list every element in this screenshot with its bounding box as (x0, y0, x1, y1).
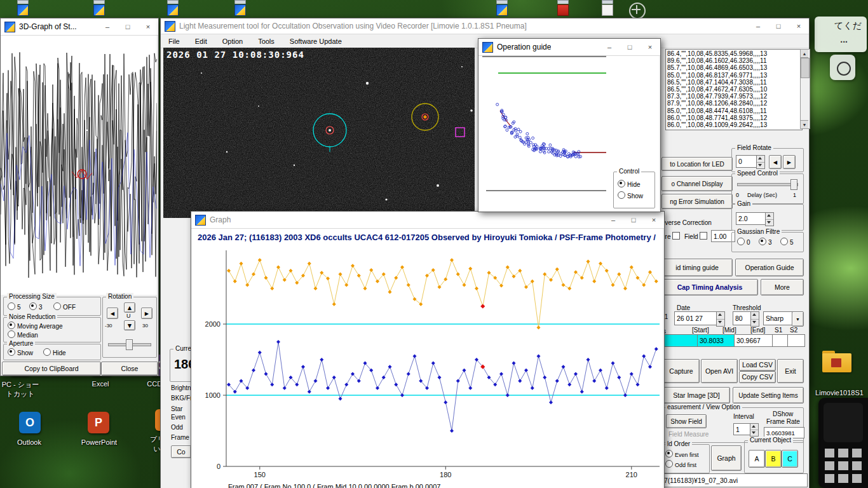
radio-gaussian-3[interactable]: 3 (759, 238, 772, 246)
close-button[interactable]: × (644, 212, 664, 228)
camera-tool-icon[interactable] (830, 55, 855, 80)
object-a-button[interactable]: A (749, 450, 765, 468)
end-value-box[interactable]: 30.9667 (734, 334, 775, 347)
radio-processing-3[interactable]: 3 (29, 302, 43, 311)
rotate-right-button[interactable]: ► (141, 308, 153, 319)
start-value-box[interactable] (661, 334, 701, 347)
field-rotate-left-button[interactable]: ◄ (769, 155, 782, 169)
object-b-button[interactable]: B (765, 450, 782, 468)
radio-gaussian-5[interactable]: 5 (780, 238, 794, 246)
menu-tools[interactable]: Tools (250, 37, 282, 45)
gadget-more[interactable]: ... (840, 34, 848, 44)
rotation-slider-thumb[interactable] (126, 339, 133, 350)
error-simulation-button[interactable]: ng Error Simulation (661, 194, 733, 209)
background-window-fragment[interactable] (496, 0, 508, 17)
background-window-fragment[interactable] (93, 0, 105, 17)
cap-timing-analysis-button[interactable]: Cap Timing Analysis (661, 279, 758, 295)
channel-display-button[interactable]: o Channel Display (661, 176, 733, 191)
radio-odd-first[interactable]: Odd first (665, 460, 696, 468)
folder-icon[interactable] (822, 351, 851, 374)
desktop-icon-label[interactable]: PowerPoint (74, 438, 125, 446)
more-button[interactable]: More (761, 279, 804, 295)
close-button[interactable]: × (640, 39, 660, 55)
phone-panel[interactable] (818, 398, 868, 488)
minimize-button[interactable]: – (603, 212, 623, 228)
radio-median[interactable]: Median (8, 330, 38, 339)
radio-aperture-show[interactable]: Show (8, 348, 33, 356)
radio-moving-average[interactable]: Moving Average (8, 322, 63, 330)
minimize-button[interactable]: – (748, 18, 768, 34)
limovie-titlebar[interactable]: Light Measurement tool for Occultation O… (161, 18, 809, 34)
radio-even-first[interactable]: Even first (665, 450, 699, 458)
outlook-icon[interactable]: O (19, 412, 41, 433)
gain-spinner[interactable] (765, 212, 774, 226)
rotate-up-button[interactable]: ▲ (124, 302, 135, 313)
s2-box[interactable] (787, 334, 805, 347)
copy-to-clipboard-button[interactable]: Copy to ClipBoard (2, 362, 101, 376)
background-window-fragment[interactable] (166, 0, 179, 17)
radio-gaussian-0[interactable]: 0 (737, 238, 750, 246)
maximize-button[interactable]: □ (623, 212, 644, 228)
interval-spinner[interactable] (750, 423, 759, 437)
light-curve-chart[interactable]: 150180210010002000 (191, 229, 663, 488)
radio-hide[interactable]: Hide (618, 180, 641, 188)
background-window-fragment-red[interactable] (557, 0, 569, 17)
scroll-thumb[interactable] (801, 58, 810, 78)
auto-location-led-button[interactable]: to Location for LED (661, 157, 733, 171)
capture-button[interactable]: Capture (663, 359, 700, 383)
maximize-button[interactable]: □ (620, 39, 640, 55)
sharp-dropdown-arrow[interactable]: ▼ (792, 311, 804, 327)
menu-option[interactable]: Option (215, 37, 250, 45)
minimize-button[interactable]: – (97, 18, 118, 35)
background-window-fragment[interactable] (234, 0, 247, 17)
ime-gadget[interactable]: てくだ ... (815, 17, 867, 52)
date-spinner[interactable] (716, 311, 725, 327)
graph-titlebar[interactable]: Graph – □ × (191, 212, 664, 229)
radio-show[interactable]: Show (618, 191, 643, 200)
gain-value[interactable]: 2.0 (736, 212, 769, 225)
radio-aperture-hide[interactable]: Hide (43, 348, 66, 356)
operation-guide-button[interactable]: Operation Guide (735, 259, 804, 276)
graph3d-titlebar[interactable]: 3D-Graph of St... – □ × (1, 18, 158, 36)
rotate-left-button[interactable]: ◄ (107, 308, 118, 319)
star-image-3d-button[interactable]: Star Image [3D] (663, 387, 730, 403)
radio-processing-5[interactable]: 5 (8, 302, 21, 311)
folder-label[interactable]: Limovie1018S1 (811, 389, 868, 396)
graph-button[interactable]: Graph (711, 445, 742, 471)
update-setting-items-button[interactable]: Update Setting Items (733, 387, 804, 403)
object-c-button[interactable]: C (782, 450, 798, 468)
co-button-fragment[interactable]: Co (171, 445, 191, 458)
maximize-button[interactable]: □ (118, 18, 138, 35)
menu-software-update[interactable]: Software Update (282, 37, 349, 45)
exit-button[interactable]: Exit (777, 359, 804, 383)
maximize-button[interactable]: □ (768, 18, 789, 34)
speed-slider-track[interactable] (737, 183, 798, 186)
field-rotate-right-button[interactable]: ► (783, 155, 796, 169)
menu-file[interactable]: File (161, 37, 187, 45)
scroll-up-arrow[interactable]: ▲ (801, 50, 808, 58)
mid-value-box[interactable]: 30.8033 (697, 334, 738, 347)
radio-processing-off[interactable]: OFF (53, 302, 76, 311)
avi-file-path[interactable]: 7(116183)¥19_07_30.avi (661, 473, 808, 487)
powerpoint-icon[interactable]: P (88, 412, 109, 433)
copy-csv-button[interactable]: Copy CSV (739, 371, 776, 383)
open-avi-button[interactable]: Open AVI (701, 359, 738, 383)
minimize-button[interactable]: – (599, 39, 620, 55)
menu-edit[interactable]: Edit (187, 37, 215, 45)
phone-keypad[interactable] (825, 449, 862, 483)
operation-guide-titlebar[interactable]: Operation guide – □ × (478, 39, 660, 56)
desktop-icon-label[interactable]: Outlook (9, 438, 50, 446)
field-rotate-spinner[interactable] (756, 155, 765, 169)
csv-output-area[interactable]: 86.4,"",10,08,45.8335,45.9968,,,,13 89.6… (665, 49, 803, 130)
close-3d-button[interactable]: Close (101, 362, 158, 376)
desktop-icon-label[interactable]: Excel (81, 380, 119, 388)
background-window-fragment-white[interactable] (601, 0, 614, 17)
date-value[interactable]: 26 01 27 (674, 311, 720, 325)
background-window-fragment[interactable] (17, 0, 29, 17)
desktop-icon-label[interactable]: PC - ショートカット (0, 380, 41, 399)
csv-scrollbar[interactable]: ▲ ▼ (800, 49, 810, 129)
timing-guide-button[interactable]: id timing guide (661, 259, 733, 276)
show-field-button[interactable]: Show Field (666, 414, 707, 428)
load-csv-button[interactable]: Load CSV (739, 359, 776, 371)
threshold-spinner[interactable] (750, 311, 759, 327)
